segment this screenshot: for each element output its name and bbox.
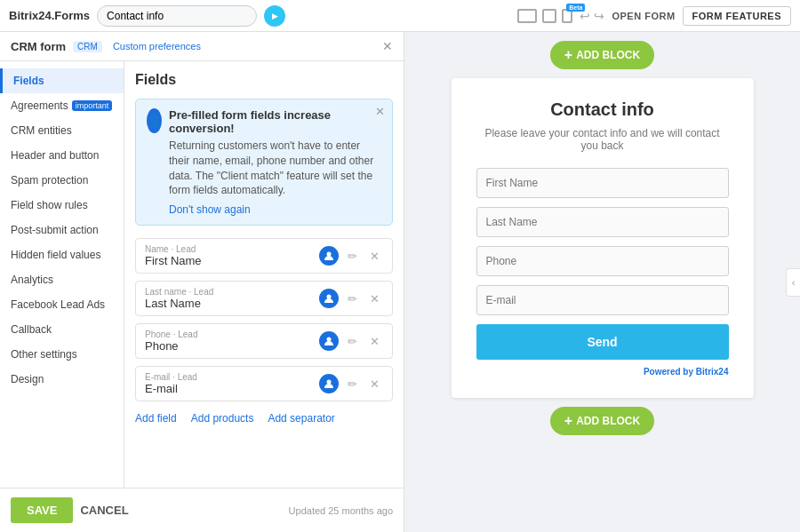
panel-footer: SAVE CANCEL Updated 25 months ago [0, 488, 404, 532]
sidebar-item-fields[interactable]: Fields [0, 68, 124, 93]
sidebar-item-design[interactable]: Design [0, 367, 124, 392]
fields-section-title: Fields [135, 72, 393, 88]
field-name-label: Phone [145, 339, 319, 353]
field-delete-button[interactable]: ✕ [366, 333, 383, 350]
left-content: Fields Agreements important CRM entities… [0, 61, 404, 488]
beta-badge: Beta [566, 4, 585, 12]
close-button[interactable]: ✕ [382, 39, 393, 53]
preview-firstname-input[interactable] [476, 168, 729, 198]
fields-area: Fields ✕ 👤 Pre-filled form fields increa… [124, 61, 404, 488]
field-row: Last name · Lead Last Name ✏ ✕ [135, 281, 393, 316]
sidebar-item-facebook[interactable]: Facebook Lead Ads [0, 292, 124, 317]
field-person-icon-btn[interactable] [319, 289, 339, 308]
field-type-label: E-mail · Lead [145, 372, 319, 382]
field-delete-button[interactable]: ✕ [366, 290, 383, 307]
main-layout: CRM form CRM Custom preferences ✕ Fields… [0, 32, 800, 532]
form-preview-subtitle: Please leave your contact info and we wi… [476, 127, 729, 152]
add-field-link[interactable]: Add field [135, 412, 177, 425]
collapse-arrow[interactable]: ‹ [786, 268, 800, 297]
sidebar-item-hidden-values[interactable]: Hidden field values [0, 242, 124, 267]
svg-point-3 [327, 380, 332, 385]
add-separator-link[interactable]: Add separator [268, 412, 334, 425]
field-edit-button[interactable]: ✏ [344, 376, 361, 393]
crm-badge: CRM [73, 41, 102, 52]
left-panel: CRM form CRM Custom preferences ✕ Fields… [0, 32, 404, 532]
field-row: Name · Lead First Name ✏ ✕ [135, 238, 393, 274]
crm-form-header: CRM form CRM Custom preferences ✕ [0, 32, 404, 61]
app-logo: Bitrix24.Forms [9, 9, 90, 22]
preview-lastname-input[interactable] [476, 207, 729, 237]
sidebar-item-field-show[interactable]: Field show rules [0, 193, 124, 218]
field-row: E-mail · Lead E-mail ✏ ✕ [135, 366, 393, 401]
add-block-bottom-button[interactable]: ADD BLOCK [550, 407, 654, 435]
field-person-icon-btn[interactable] [319, 374, 339, 393]
crm-form-title: CRM form [11, 40, 66, 53]
field-name-label: First Name [145, 254, 319, 267]
preview-email-input[interactable] [476, 285, 729, 315]
add-field-row: Add field Add products Add separator [135, 409, 393, 428]
banner-title: Pre-filled form fields increase conversi… [169, 108, 381, 135]
custom-preferences-link[interactable]: Custom preferences [113, 41, 201, 52]
redo-button[interactable]: ↪ [594, 9, 604, 23]
add-block-top-button[interactable]: ADD BLOCK [550, 41, 654, 69]
sidebar-item-other[interactable]: Other settings [0, 342, 124, 367]
field-name-label: Last Name [145, 297, 319, 310]
banner-icon: 👤 [147, 108, 162, 133]
sidebar-nav: Fields Agreements important CRM entities… [0, 61, 124, 488]
field-edit-button[interactable]: ✏ [344, 290, 361, 307]
svg-point-0 [327, 252, 332, 257]
add-products-link[interactable]: Add products [191, 412, 254, 425]
sidebar-item-agreements[interactable]: Agreements important [0, 93, 124, 118]
mobile-icon-wrapper: Beta [562, 9, 572, 23]
sidebar-item-analytics[interactable]: Analytics [0, 267, 124, 292]
sidebar-item-crm-entities[interactable]: CRM entities [0, 118, 124, 143]
save-button[interactable]: SAVE [11, 497, 73, 523]
tablet-icon[interactable] [542, 9, 556, 23]
sidebar-item-callback[interactable]: Callback [0, 317, 124, 342]
field-row: Phone · Lead Phone ✏ ✕ [135, 323, 393, 359]
banner-close-button[interactable]: ✕ [375, 105, 385, 118]
field-delete-button[interactable]: ✕ [366, 376, 383, 393]
info-banner: ✕ 👤 Pre-filled form fields increase conv… [135, 99, 393, 226]
updated-timestamp: Updated 25 months ago [289, 505, 393, 516]
field-edit-button[interactable]: ✏ [344, 333, 361, 350]
field-name-label: E-mail [145, 382, 319, 395]
powered-by: Powered by Bitrix24 [476, 367, 729, 377]
field-type-label: Phone · Lead [145, 330, 319, 339]
svg-point-2 [327, 337, 332, 342]
topbar: Bitrix24.Forms Beta ↩ ↪ OPEN FORM FORM F… [0, 0, 800, 32]
sidebar-item-header-button[interactable]: Header and button [0, 143, 124, 168]
cancel-button[interactable]: CANCEL [80, 504, 128, 517]
preview-send-button[interactable]: Send [476, 324, 729, 360]
preview-phone-input[interactable] [476, 246, 729, 276]
open-form-button[interactable]: OPEN FORM [612, 11, 675, 21]
sidebar-item-post-submit[interactable]: Post-submit action [0, 218, 124, 242]
form-preview-title: Contact info [476, 99, 729, 120]
form-name-input[interactable] [97, 5, 257, 27]
form-features-button[interactable]: FORM FEATURES [683, 6, 791, 26]
field-type-label: Last name · Lead [145, 287, 319, 297]
right-preview-panel: ADD BLOCK Contact info Please leave your… [404, 32, 800, 532]
desktop-icon[interactable] [517, 9, 537, 23]
field-person-icon-btn[interactable] [319, 246, 339, 266]
search-send-button[interactable] [264, 5, 285, 27]
important-badge: important [72, 100, 113, 111]
form-preview-card: Contact info Please leave your contact i… [452, 78, 754, 398]
field-type-label: Name · Lead [145, 244, 319, 254]
field-delete-button[interactable]: ✕ [366, 248, 383, 265]
device-switcher: Beta [517, 9, 572, 23]
field-person-icon-btn[interactable] [319, 331, 339, 351]
sidebar-item-spam[interactable]: Spam protection [0, 168, 124, 193]
banner-text: Returning customers won't have to enter … [169, 139, 381, 198]
field-edit-button[interactable]: ✏ [344, 248, 361, 265]
svg-point-1 [327, 295, 332, 299]
dont-show-link[interactable]: Don't show again [169, 203, 251, 216]
